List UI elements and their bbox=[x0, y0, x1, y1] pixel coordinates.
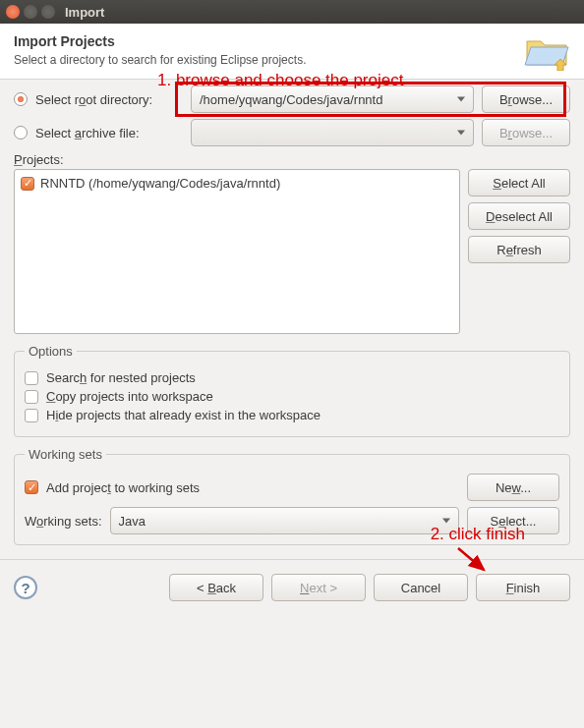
help-icon[interactable]: ? bbox=[14, 576, 37, 599]
window-title: Import bbox=[65, 5, 104, 20]
root-directory-label[interactable]: Select root directory: Select root direc… bbox=[35, 92, 183, 107]
browse-root-button[interactable]: Browse... Browse... bbox=[482, 85, 570, 113]
titlebar: Import bbox=[0, 0, 584, 24]
nested-label[interactable]: Search for nested projects Search for ne… bbox=[46, 370, 196, 385]
ws-value: Java bbox=[119, 514, 146, 529]
close-icon[interactable] bbox=[6, 5, 20, 19]
root-directory-radio[interactable] bbox=[14, 92, 28, 106]
maximize-icon[interactable] bbox=[41, 5, 55, 19]
options-fieldset: Options ✓ Search for nested projects Sea… bbox=[14, 344, 570, 437]
root-directory-value: /home/yqwang/Codes/java/rnntd bbox=[200, 92, 382, 107]
select-all-button[interactable]: Select All Select All bbox=[468, 169, 570, 196]
finish-button[interactable]: Finish Finish bbox=[476, 574, 570, 601]
projects-label: Projects: Projects: bbox=[14, 152, 570, 167]
hide-label[interactable]: Hide projects that already exist in the … bbox=[46, 408, 321, 422]
options-legend: Options bbox=[25, 344, 77, 359]
button-bar: ? < Back < Back Next > Next > Cancel Fin… bbox=[0, 559, 584, 621]
cancel-button[interactable]: Cancel bbox=[374, 574, 468, 601]
deselect-all-button[interactable]: Deselect All Deselect All bbox=[468, 202, 570, 230]
ws-combo[interactable]: Java bbox=[110, 507, 459, 534]
dialog-header: Import Projects Select a directory to se… bbox=[0, 24, 584, 80]
refresh-button[interactable]: Refresh Refresh bbox=[468, 236, 570, 263]
project-label: RNNTD (/home/yqwang/Codes/java/rnntd) bbox=[40, 176, 280, 191]
archive-file-combo bbox=[191, 119, 474, 146]
working-sets-fieldset: Working sets ✓ Add project to working se… bbox=[14, 447, 570, 545]
archive-file-row: Select archive file: Select archive file… bbox=[14, 119, 570, 146]
archive-file-radio[interactable] bbox=[14, 126, 28, 140]
hide-checkbox[interactable]: ✓ bbox=[25, 409, 38, 422]
projects-list[interactable]: ✓ RNNTD (/home/yqwang/Codes/java/rnntd) bbox=[14, 169, 460, 334]
root-directory-combo[interactable]: /home/yqwang/Codes/java/rnntd bbox=[191, 85, 474, 113]
page-subtitle: Select a directory to search for existin… bbox=[14, 53, 513, 67]
add-ws-checkbox[interactable]: ✓ bbox=[25, 480, 38, 494]
list-item[interactable]: ✓ RNNTD (/home/yqwang/Codes/java/rnntd) bbox=[19, 174, 455, 193]
working-sets-legend: Working sets bbox=[25, 447, 106, 462]
cancel-label: Cancel bbox=[401, 581, 440, 595]
minimize-icon[interactable] bbox=[24, 5, 37, 19]
nested-checkbox[interactable]: ✓ bbox=[25, 371, 38, 385]
select-ws-button[interactable]: Select... Select... bbox=[467, 507, 559, 534]
new-ws-button[interactable]: New... New... bbox=[467, 474, 559, 501]
browse-archive-button: Browse... bbox=[482, 119, 570, 146]
archive-file-label[interactable]: Select archive file: Select archive file… bbox=[35, 126, 183, 140]
copy-label[interactable]: Copy projects into workspace Copy projec… bbox=[46, 389, 213, 404]
projects-block: ✓ RNNTD (/home/yqwang/Codes/java/rnntd) … bbox=[14, 169, 570, 334]
import-folder-icon bbox=[523, 31, 570, 71]
project-checkbox[interactable]: ✓ bbox=[21, 177, 34, 191]
add-ws-label[interactable]: Add project to working sets Add project … bbox=[46, 480, 200, 495]
back-button[interactable]: < Back < Back bbox=[169, 574, 263, 601]
ws-label: Working sets: Working sets: bbox=[25, 514, 102, 529]
copy-checkbox[interactable]: ✓ bbox=[25, 390, 38, 404]
page-title: Import Projects bbox=[14, 33, 513, 49]
dialog-content: Select root directory: Select root direc… bbox=[0, 80, 584, 559]
next-button: Next > Next > bbox=[271, 574, 366, 601]
root-directory-row: Select root directory: Select root direc… bbox=[14, 85, 570, 113]
